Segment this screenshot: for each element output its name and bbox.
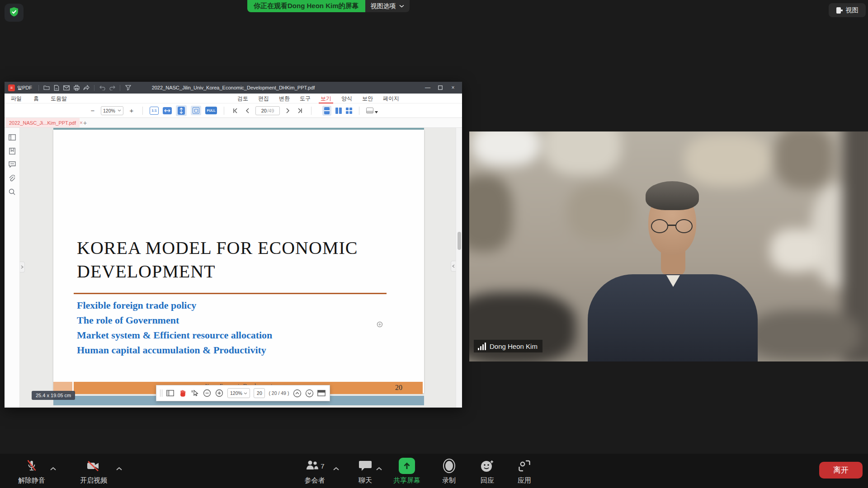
window-close-button[interactable]: × bbox=[447, 82, 459, 94]
divider bbox=[359, 107, 359, 115]
zoom-level-value: 120% bbox=[103, 108, 115, 113]
menu-review[interactable]: 검토 bbox=[237, 95, 248, 103]
chat-options-chevron[interactable] bbox=[376, 465, 382, 473]
menu-home[interactable]: 홈 bbox=[33, 95, 39, 103]
vertical-scrollbar[interactable] bbox=[456, 128, 462, 408]
apps-button[interactable]: 应用 bbox=[503, 458, 546, 485]
menu-tools[interactable]: 도구 bbox=[300, 95, 311, 103]
thumbnails-panel-icon[interactable] bbox=[8, 133, 16, 141]
left-panel-collapse-handle[interactable] bbox=[20, 262, 25, 272]
pdf-titlebar[interactable]: ≡ 알PDF 2022_NASC_Jilin_Univ_Korea_Econom… bbox=[5, 82, 462, 94]
chat-label: 聊天 bbox=[359, 476, 372, 485]
view-options-button[interactable]: 视图选项 bbox=[365, 0, 410, 12]
leave-meeting-button[interactable]: 离开 bbox=[819, 462, 863, 479]
floating-reader-toolbar[interactable]: 120% 20 ( 20 / 49 ) bbox=[156, 385, 330, 401]
full-screen-button[interactable]: FULL bbox=[205, 107, 217, 114]
menu-file[interactable]: 파일 bbox=[11, 95, 22, 103]
page-number-input[interactable]: 20 /49 bbox=[255, 106, 280, 115]
floating-zoom-select[interactable]: 120% bbox=[227, 388, 250, 398]
window-maximize-button[interactable] bbox=[434, 82, 447, 94]
view-options-label: 视图选项 bbox=[371, 2, 396, 10]
menu-forms[interactable]: 양식 bbox=[341, 95, 352, 103]
facing-pages-view-button[interactable] bbox=[335, 108, 342, 114]
select-tool-icon[interactable] bbox=[190, 389, 199, 398]
audio-options-chevron[interactable] bbox=[50, 465, 57, 473]
toolbar-drag-handle[interactable] bbox=[160, 389, 162, 397]
fit-width-button[interactable] bbox=[163, 107, 172, 114]
person-shirt-collar bbox=[666, 275, 680, 287]
print-icon[interactable] bbox=[71, 83, 81, 92]
save-file-icon[interactable] bbox=[52, 83, 61, 92]
window-minimize-button[interactable]: — bbox=[421, 82, 434, 94]
unmute-button[interactable]: 解除静音 bbox=[10, 458, 53, 485]
right-panel-collapse-handle[interactable] bbox=[451, 261, 456, 272]
reading-mode-icon[interactable] bbox=[317, 389, 326, 398]
bookmarks-panel-icon[interactable] bbox=[8, 147, 16, 155]
pdf-menubar: 파일 홈 도움말 검토 편집 변환 도구 보기 양식 보안 페이지 bbox=[5, 94, 462, 103]
attachments-panel-icon[interactable] bbox=[8, 174, 16, 182]
divider bbox=[142, 107, 143, 115]
pdf-tabbar: 2022_NASC_Ji...Kim_PPT.pdf × + bbox=[5, 118, 462, 128]
menu-security[interactable]: 보안 bbox=[362, 95, 373, 103]
floating-page-indicator: ( 20 / 49 ) bbox=[269, 390, 289, 396]
zoom-out-button[interactable]: − bbox=[89, 106, 97, 115]
menu-edit[interactable]: 편집 bbox=[258, 95, 269, 103]
redo-icon[interactable] bbox=[107, 83, 117, 92]
first-page-button[interactable] bbox=[231, 106, 239, 115]
search-panel-icon[interactable] bbox=[8, 188, 16, 196]
shield-check-icon bbox=[9, 6, 19, 19]
email-icon[interactable] bbox=[61, 83, 71, 92]
divider bbox=[38, 85, 39, 91]
fit-height-button[interactable] bbox=[176, 105, 187, 116]
fit-page-button[interactable] bbox=[191, 106, 201, 115]
participant-video-tile[interactable]: Dong Heon Kim bbox=[469, 131, 868, 361]
actual-size-button[interactable]: 1:1 bbox=[150, 107, 159, 115]
previous-page-button[interactable] bbox=[243, 106, 251, 115]
next-page-button[interactable] bbox=[284, 106, 292, 115]
menu-convert[interactable]: 변환 bbox=[279, 95, 290, 103]
meeting-control-bar: 解除静音 开启视频 7 参会者 bbox=[0, 454, 868, 488]
share-screen-label: 共享屏幕 bbox=[393, 476, 420, 485]
slide-page-number: 20 bbox=[395, 384, 402, 392]
menu-view-active[interactable]: 보기 bbox=[321, 95, 331, 103]
continuous-view-button[interactable] bbox=[322, 106, 331, 116]
zoom-in-button[interactable]: + bbox=[127, 106, 136, 115]
comments-panel-icon[interactable] bbox=[8, 160, 16, 169]
share-screen-button[interactable]: 共享屏幕 bbox=[385, 458, 429, 485]
menu-page[interactable]: 페이지 bbox=[383, 95, 399, 103]
undo-icon[interactable] bbox=[97, 83, 107, 92]
slide-bullet: Market system & Efficient resource alloc… bbox=[77, 328, 272, 343]
customize-toolbar-icon[interactable] bbox=[123, 83, 133, 92]
zoom-level-select[interactable]: 120% bbox=[101, 106, 123, 115]
document-viewport[interactable]: KOREA MODEL FOR ECONOMIC DEVELOPMENT Fle… bbox=[20, 128, 456, 408]
participant-name: Dong Heon Kim bbox=[490, 343, 538, 350]
view-button[interactable]: 视图 bbox=[829, 3, 866, 17]
document-tab[interactable]: 2022_NASC_Ji...Kim_PPT.pdf × bbox=[5, 118, 80, 127]
participants-label: 参会者 bbox=[305, 476, 325, 485]
quad-page-view-button[interactable] bbox=[346, 108, 352, 114]
zoom-in-circle-icon[interactable] bbox=[215, 389, 224, 398]
meeting-security-button[interactable] bbox=[5, 4, 24, 22]
next-page-circle-icon[interactable] bbox=[305, 389, 314, 398]
mouse-cursor bbox=[377, 321, 383, 331]
screen-share-banner: 你正在观看Dong Heon Kim的屏幕 视图选项 bbox=[247, 0, 410, 12]
zoom-out-circle-icon[interactable] bbox=[203, 389, 212, 398]
record-button[interactable]: 录制 bbox=[427, 458, 471, 485]
floating-page-input[interactable]: 20 bbox=[254, 388, 265, 398]
start-video-button[interactable]: 开启视频 bbox=[72, 458, 115, 485]
participants-button[interactable]: 7 参会者 bbox=[293, 458, 336, 485]
last-page-button[interactable] bbox=[296, 106, 304, 115]
previous-page-circle-icon[interactable] bbox=[292, 389, 301, 398]
open-folder-icon[interactable] bbox=[42, 83, 52, 92]
page-layout-dropdown[interactable] bbox=[366, 108, 378, 113]
page-total-value: /49 bbox=[267, 108, 274, 113]
video-options-chevron[interactable] bbox=[116, 465, 123, 473]
audio-level-icon bbox=[478, 343, 486, 350]
menu-help[interactable]: 도움말 bbox=[51, 95, 67, 103]
participants-options-chevron[interactable] bbox=[333, 465, 340, 473]
hand-pan-tool-icon[interactable] bbox=[178, 389, 187, 398]
scrollbar-thumb[interactable] bbox=[458, 232, 461, 250]
sidebar-toggle-icon[interactable] bbox=[166, 389, 175, 398]
new-tab-button[interactable]: + bbox=[80, 118, 90, 127]
share-arrow-icon[interactable] bbox=[81, 83, 91, 92]
